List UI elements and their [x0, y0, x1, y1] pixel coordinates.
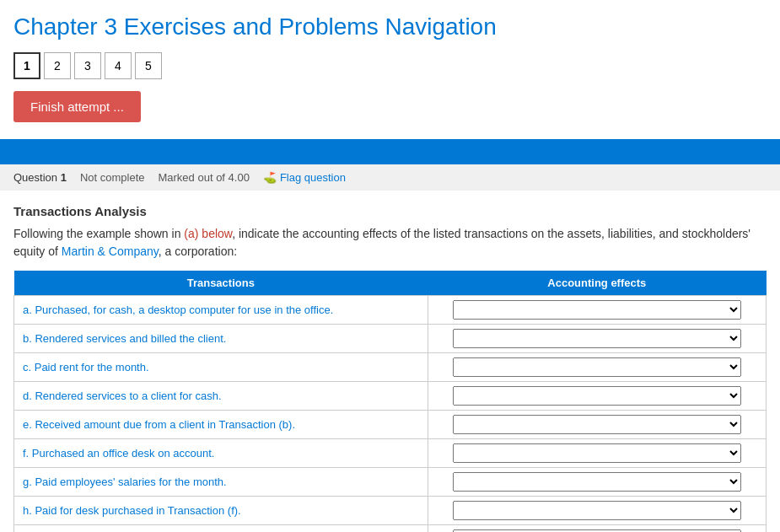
flag-question-link[interactable]: ⛳ Flag question — [263, 171, 346, 184]
nav-button-5[interactable]: 5 — [135, 52, 162, 79]
accounting-cell[interactable] — [428, 468, 766, 497]
transaction-cell: i. The company paid a dividend. — [14, 525, 428, 533]
table-row: e. Received amount due from a client in … — [14, 411, 767, 439]
accounting-select[interactable] — [453, 501, 741, 520]
accounting-select[interactable] — [453, 357, 741, 377]
accounting-select[interactable] — [453, 415, 741, 434]
table-row: f. Purchased an office desk on account. — [14, 439, 767, 468]
accounting-cell[interactable] — [428, 411, 766, 439]
transactions-table: Transactions Accounting effects a. Purch… — [13, 271, 767, 532]
accounting-cell[interactable] — [428, 497, 766, 525]
accounting-cell[interactable] — [428, 525, 766, 533]
accounting-cell[interactable] — [428, 382, 766, 411]
table-row: c. Paid rent for the month. — [14, 353, 767, 382]
question-status: Not complete — [80, 171, 145, 184]
accounting-cell[interactable] — [428, 353, 766, 382]
accounting-select[interactable] — [453, 472, 741, 492]
table-row: h. Paid for desk purchased in Transactio… — [14, 497, 767, 525]
transaction-cell: g. Paid employees' salaries for the mont… — [14, 468, 428, 497]
accounting-select[interactable] — [453, 386, 741, 406]
nav-button-1[interactable]: 1 — [13, 52, 40, 79]
accounting-select[interactable] — [453, 300, 741, 320]
question-navigation: 12345 — [13, 52, 767, 79]
accounting-cell[interactable] — [428, 296, 766, 325]
intro-text: Following the example shown in (a) below… — [13, 225, 767, 261]
accounting-select[interactable] — [453, 443, 741, 463]
transaction-cell: a. Purchased, for cash, a desktop comput… — [14, 296, 428, 325]
flag-icon: ⛳ — [263, 171, 277, 184]
col-header-transactions: Transactions — [14, 271, 428, 296]
accounting-cell[interactable] — [428, 439, 766, 468]
flag-question-label: Flag question — [280, 171, 346, 184]
question-label: Question 1 — [13, 171, 67, 184]
nav-button-2[interactable]: 2 — [44, 52, 71, 79]
transaction-cell: h. Paid for desk purchased in Transactio… — [14, 497, 428, 525]
page-title: Chapter 3 Exercises and Problems Navigat… — [13, 13, 767, 40]
transaction-cell: b. Rendered services and billed the clie… — [14, 325, 428, 353]
transaction-cell: e. Received amount due from a client in … — [14, 411, 428, 439]
table-row: g. Paid employees' salaries for the mont… — [14, 468, 767, 497]
transaction-cell: c. Paid rent for the month. — [14, 353, 428, 382]
table-row: a. Purchased, for cash, a desktop comput… — [14, 296, 767, 325]
section-title: Transactions Analysis — [13, 204, 767, 218]
nav-button-3[interactable]: 3 — [74, 52, 101, 79]
col-header-accounting: Accounting effects — [428, 271, 766, 296]
transaction-cell: d. Rendered services to a client for cas… — [14, 382, 428, 411]
table-row: i. The company paid a dividend. — [14, 525, 767, 533]
accounting-select[interactable] — [453, 329, 741, 348]
transaction-cell: f. Purchased an office desk on account. — [14, 439, 428, 468]
blue-bar — [0, 139, 780, 164]
question-meta: Question 1 Not complete Marked out of 4.… — [0, 164, 780, 191]
table-row: b. Rendered services and billed the clie… — [14, 325, 767, 353]
nav-button-4[interactable]: 4 — [105, 52, 132, 79]
question-marked: Marked out of 4.00 — [158, 171, 249, 184]
accounting-cell[interactable] — [428, 325, 766, 353]
table-row: d. Rendered services to a client for cas… — [14, 382, 767, 411]
finish-attempt-button[interactable]: Finish attempt ... — [13, 91, 141, 122]
